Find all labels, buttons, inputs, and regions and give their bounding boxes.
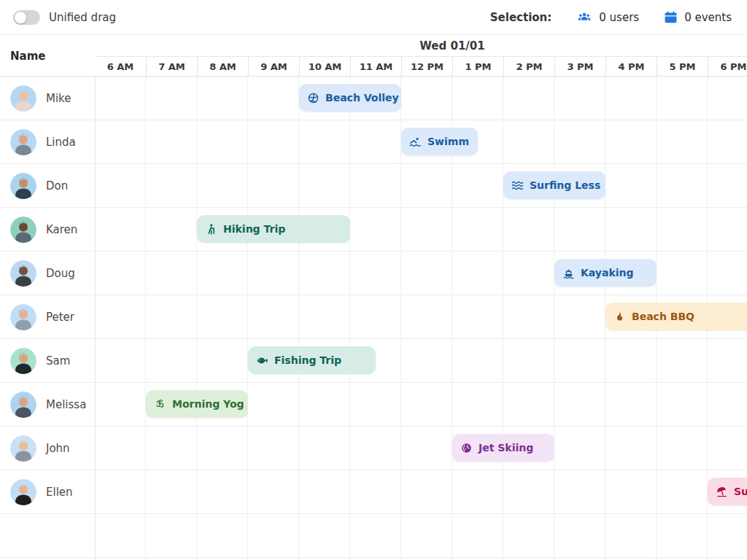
event-bar[interactable]: Jet Skiing bbox=[452, 434, 554, 462]
jetski-icon bbox=[460, 442, 473, 454]
event-bar[interactable]: Kayaking bbox=[554, 259, 657, 287]
resource-row: KarenHiking Trip bbox=[0, 208, 747, 252]
resource-row: SamFishing Trip bbox=[0, 339, 747, 383]
resource-name: Peter bbox=[46, 311, 74, 324]
swimmer-icon bbox=[409, 136, 422, 148]
avatar bbox=[10, 129, 36, 155]
users-group-icon bbox=[576, 10, 592, 25]
toolbar: Unified drag Selection: 0 users bbox=[0, 0, 747, 35]
resource-cell: Peter bbox=[0, 295, 95, 338]
avatar bbox=[10, 85, 36, 112]
resource-name: Sam bbox=[46, 354, 70, 368]
avatar bbox=[10, 435, 36, 462]
schedule-lane[interactable]: Su bbox=[95, 470, 747, 513]
hour-tick: 6 AM bbox=[95, 57, 146, 76]
resource-row: DonSurfing Less bbox=[0, 164, 747, 208]
event-bar[interactable]: Su bbox=[708, 478, 747, 505]
avatar bbox=[10, 304, 36, 330]
hiker-icon bbox=[205, 223, 217, 236]
resource-cell: Melissa bbox=[0, 383, 95, 426]
flame-icon bbox=[614, 311, 626, 323]
event-label: Beach Volley bbox=[325, 92, 399, 104]
resource-cell: Don bbox=[0, 164, 95, 207]
unified-drag-label: Unified drag bbox=[49, 11, 116, 24]
resource-name: Mike bbox=[46, 92, 71, 105]
schedule-lane[interactable]: Surfing Less bbox=[95, 164, 747, 207]
resource-row: LindaSwimm bbox=[0, 120, 747, 164]
avatar bbox=[10, 392, 36, 418]
resource-cell: Karen bbox=[0, 208, 95, 251]
events-selection-chip: 0 events bbox=[664, 10, 732, 24]
schedule-lane[interactable]: Jet Skiing bbox=[95, 427, 747, 470]
hour-tick: 11 AM bbox=[350, 57, 401, 76]
schedule-lane[interactable]: Fishing Trip bbox=[95, 339, 747, 382]
resource-cell: Doug bbox=[0, 252, 95, 295]
resource-name: Karen bbox=[46, 223, 77, 236]
event-bar[interactable]: Surfing Less bbox=[503, 171, 605, 199]
events-count: 0 events bbox=[684, 11, 732, 24]
date-header-row: Wed 01/01 bbox=[95, 35, 747, 57]
event-bar[interactable]: Beach Volley bbox=[299, 84, 401, 112]
avatar bbox=[10, 217, 36, 243]
event-label: Fishing Trip bbox=[274, 354, 341, 366]
event-bar[interactable]: Beach BBQ bbox=[605, 303, 747, 330]
avatar bbox=[10, 260, 36, 287]
resource-row: MikeBeach Volley bbox=[0, 77, 747, 120]
name-column-divider bbox=[95, 77, 96, 560]
users-count: 0 users bbox=[599, 11, 639, 24]
avatar bbox=[10, 479, 36, 505]
event-label: Surfing Less bbox=[530, 179, 600, 191]
resource-name: Linda bbox=[46, 136, 76, 149]
resource-name: Doug bbox=[46, 267, 75, 280]
resource-name: Ellen bbox=[46, 486, 73, 499]
event-bar[interactable]: Swimm bbox=[401, 128, 478, 155]
event-bar[interactable]: Hiking Trip bbox=[197, 215, 350, 243]
schedule-lane[interactable]: Beach BBQ bbox=[95, 295, 747, 338]
resource-cell: John bbox=[0, 427, 95, 470]
hour-tick: 2 PM bbox=[503, 57, 554, 76]
boat-icon bbox=[562, 267, 575, 279]
resource-row: MelissaMorning Yog bbox=[0, 383, 747, 427]
event-label: Morning Yog bbox=[172, 398, 244, 410]
resource-cell: Mike bbox=[0, 77, 95, 120]
resource-name: Melissa bbox=[46, 398, 86, 411]
resource-row: JohnJet Skiing bbox=[0, 427, 747, 470]
date-header: Wed 01/01 bbox=[95, 35, 747, 57]
schedule-lane[interactable]: Morning Yog bbox=[95, 383, 747, 426]
hour-ticks-row: 6 AM7 AM8 AM9 AM10 AM11 AM12 PM1 PM2 PM3… bbox=[95, 57, 747, 76]
hour-tick: 4 PM bbox=[605, 57, 657, 76]
unified-drag-toggle[interactable] bbox=[13, 10, 40, 25]
resource-row: EllenSu bbox=[0, 470, 747, 514]
resource-name: John bbox=[46, 442, 70, 455]
schedule-lane[interactable]: Beach Volley bbox=[95, 77, 747, 120]
resource-name: Don bbox=[46, 179, 68, 192]
name-column-header: Name bbox=[10, 35, 45, 77]
fish-icon bbox=[256, 354, 268, 367]
event-label: Hiking Trip bbox=[223, 223, 285, 235]
event-label: Swimm bbox=[427, 136, 469, 147]
event-label: Beach BBQ bbox=[632, 311, 694, 322]
hour-tick: 6 PM bbox=[708, 57, 747, 76]
schedule-lane[interactable]: Kayaking bbox=[95, 252, 747, 295]
event-label: Su bbox=[734, 486, 747, 497]
avatar bbox=[10, 348, 36, 374]
resource-row: DougKayaking bbox=[0, 252, 747, 295]
hour-tick: 3 PM bbox=[554, 57, 605, 76]
event-bar[interactable]: Fishing Trip bbox=[248, 346, 376, 374]
hour-tick: 9 AM bbox=[248, 57, 299, 76]
hour-tick: 5 PM bbox=[657, 57, 708, 76]
hour-tick: 7 AM bbox=[146, 57, 197, 76]
selection-label: Selection: bbox=[490, 11, 551, 24]
users-selection-chip: 0 users bbox=[576, 10, 639, 25]
hour-tick: 8 AM bbox=[197, 57, 248, 76]
resource-cell: Sam bbox=[0, 339, 95, 382]
resource-row: PeterBeach BBQ bbox=[0, 295, 747, 339]
schedule-lane[interactable]: Swimm bbox=[95, 120, 747, 163]
calendar-icon bbox=[664, 10, 678, 24]
schedule-lane[interactable]: Hiking Trip bbox=[95, 208, 747, 251]
event-bar[interactable]: Morning Yog bbox=[146, 390, 248, 418]
resource-cell: Linda bbox=[0, 120, 95, 163]
scheduler-body: MikeBeach VolleyLindaSwimmDonSurfing Les… bbox=[0, 77, 747, 560]
avatar bbox=[10, 173, 36, 199]
hour-tick: 1 PM bbox=[452, 57, 503, 76]
